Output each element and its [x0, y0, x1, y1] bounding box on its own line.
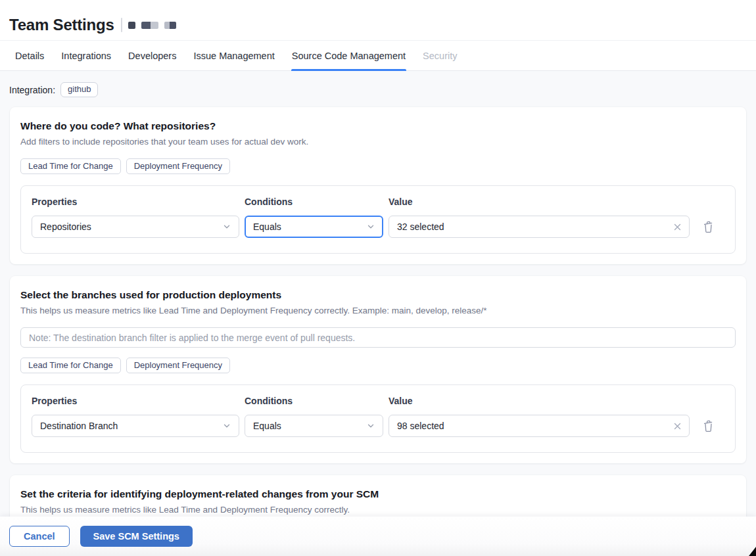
metric-badges: Lead Time for Change Deployment Frequenc…: [20, 358, 736, 373]
integration-github-badge: github: [60, 82, 98, 97]
repositories-card: Where do you code? What repositories? Ad…: [10, 107, 746, 264]
condition-select-value: Equals: [253, 221, 281, 232]
branches-filter-row: Properties Destination Branch Conditions…: [20, 384, 736, 453]
properties-column: Properties Destination Branch: [32, 396, 239, 437]
trash-icon: [703, 221, 714, 233]
conditions-label: Conditions: [245, 197, 383, 207]
team-settings-page: Team Settings Details Integrations Devel…: [0, 0, 756, 556]
repositories-card-title: Where do you code? What repositories?: [20, 120, 736, 132]
chevron-down-icon: [223, 223, 231, 231]
property-select[interactable]: Repositories: [32, 216, 239, 238]
value-column: Value 32 selected: [389, 197, 690, 238]
settings-tab-bar: Details Integrations Developers Issue Ma…: [0, 41, 756, 71]
redacted-block: [164, 22, 176, 29]
metric-badges: Lead Time for Change Deployment Frequenc…: [20, 158, 736, 174]
tab-developers[interactable]: Developers: [128, 41, 177, 70]
clear-selection-icon[interactable]: [674, 223, 681, 231]
deployment-frequency-badge: Deployment Frequency: [126, 358, 230, 373]
branches-card: Select the branches used for production …: [10, 276, 746, 463]
lead-time-badge: Lead Time for Change: [20, 358, 121, 373]
value-column: Value 98 selected: [389, 396, 690, 437]
value-selected-count: 98 selected: [397, 421, 444, 431]
repositories-filter-row: Properties Repositories Conditions Equal…: [20, 185, 736, 254]
value-multiselect[interactable]: 98 selected: [389, 415, 690, 437]
action-footer: Cancel Save SCM Settings: [0, 517, 756, 556]
redacted-block: [141, 22, 158, 29]
tab-details[interactable]: Details: [14, 41, 45, 70]
property-select[interactable]: Destination Branch: [32, 415, 239, 437]
deployment-frequency-badge: Deployment Frequency: [126, 158, 230, 174]
properties-column: Properties Repositories: [32, 197, 239, 238]
save-scm-settings-button[interactable]: Save SCM Settings: [80, 526, 193, 547]
tab-source-code-management[interactable]: Source Code Management: [291, 41, 406, 70]
branches-card-subtitle: This helps us measure metrics like Lead …: [20, 306, 736, 315]
chevron-down-icon: [367, 422, 375, 430]
tab-security[interactable]: Security: [422, 41, 458, 70]
conditions-label: Conditions: [245, 396, 383, 406]
property-select-value: Destination Branch: [40, 421, 118, 431]
value-selected-count: 32 selected: [397, 221, 444, 232]
conditions-column: Conditions Equals: [245, 197, 383, 238]
lead-time-badge: Lead Time for Change: [20, 158, 121, 174]
value-label: Value: [389, 396, 690, 406]
chevron-down-icon: [367, 223, 375, 231]
trash-icon: [703, 420, 714, 432]
conditions-column: Conditions Equals: [245, 396, 383, 437]
value-label: Value: [389, 197, 690, 207]
value-multiselect[interactable]: 32 selected: [389, 216, 690, 238]
redacted-block: [128, 22, 135, 29]
property-select-value: Repositories: [40, 221, 91, 232]
properties-label: Properties: [32, 197, 239, 207]
deployment-card-title: Set the criteria for identifying deploym…: [20, 488, 736, 500]
branch-note-input[interactable]: [20, 327, 736, 348]
condition-select[interactable]: Equals: [245, 216, 383, 238]
tab-integrations[interactable]: Integrations: [60, 41, 112, 70]
delete-filter-button[interactable]: [699, 217, 717, 237]
title-divider: [121, 18, 122, 32]
deployment-card-subtitle: This helps us measure metrics like Lead …: [20, 505, 736, 515]
cancel-button[interactable]: Cancel: [9, 526, 70, 547]
condition-select[interactable]: Equals: [245, 415, 383, 437]
properties-label: Properties: [32, 396, 239, 406]
branches-card-title: Select the branches used for production …: [20, 289, 736, 301]
redacted-title-suffix: [121, 18, 176, 32]
chevron-down-icon: [223, 422, 231, 430]
repositories-card-subtitle: Add filters to include repositories that…: [20, 137, 736, 147]
condition-select-value: Equals: [253, 421, 281, 431]
page-title: Team Settings: [9, 16, 114, 34]
cursor-artifact: [749, 547, 756, 556]
clear-selection-icon[interactable]: [674, 423, 681, 430]
page-header: Team Settings: [0, 0, 756, 41]
tab-issue-management[interactable]: Issue Management: [193, 41, 275, 70]
integration-label: Integration:: [9, 85, 55, 95]
scm-settings-content: Integration: github Where do you code? W…: [0, 71, 756, 556]
integration-row: Integration: github: [0, 71, 756, 107]
delete-filter-button[interactable]: [699, 416, 717, 436]
